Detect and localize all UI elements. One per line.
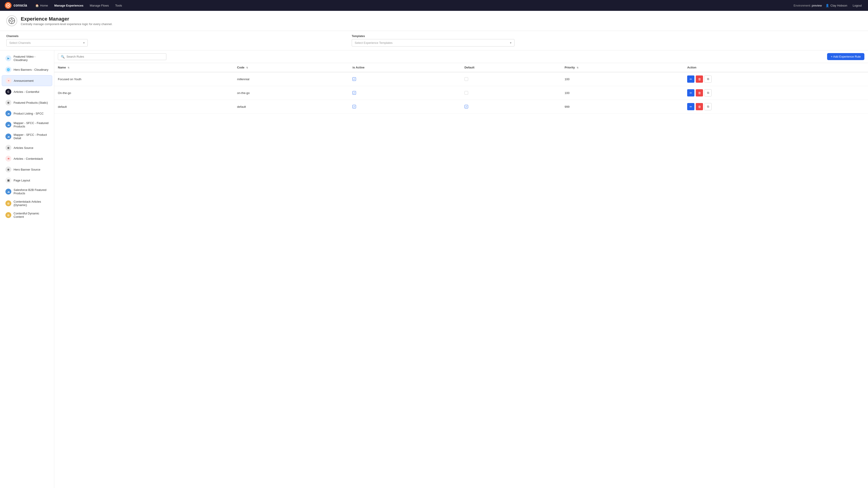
- page-header-text: Experience Manager Centrally manage comp…: [21, 16, 112, 26]
- channels-label: Channels: [6, 35, 346, 38]
- nav-manage-experiences[interactable]: Manage Experiences: [52, 2, 86, 8]
- sidebar-icon-hero-banners: 🌐: [5, 67, 11, 72]
- delete-button-default[interactable]: 🗑: [696, 103, 703, 110]
- sidebar-label-articles-contentstack: Articles - Contentstack: [13, 157, 43, 160]
- sidebar-icon-product-listing-sfcc: ☁: [5, 110, 11, 116]
- col-priority: Priority ⇅: [561, 63, 684, 72]
- name-sort-icon[interactable]: ⇅: [68, 66, 69, 69]
- sidebar-item-product-listing-sfcc[interactable]: ☁Product Listing - SFCC: [2, 108, 52, 119]
- sidebar-icon-sf-b2b-featured: ☁: [5, 189, 11, 195]
- sidebar-label-contentful-dynamic: Contentful Dynamic Content: [13, 212, 49, 219]
- row-name-focused-on-youth: Focused on Youth: [54, 72, 234, 86]
- sidebar-label-mapper-sfcc-detail: Mapper - SFCC - Product Detail: [13, 133, 49, 140]
- templates-placeholder: Select Experience Templates: [355, 41, 393, 44]
- priority-sort-icon[interactable]: ⇅: [577, 66, 579, 69]
- sidebar-icon-contentful-dynamic: ◎: [5, 212, 11, 218]
- table-body: Focused on Youthmillennial✓100✏🗑⧉On-the-…: [54, 72, 868, 113]
- logout-button[interactable]: Logout: [851, 3, 864, 8]
- sidebar-label-hero-banner-source: Hero Banner Source: [13, 168, 40, 171]
- main-layout: ▶Featured Video - Cloudinary🌐Hero Banner…: [0, 51, 868, 488]
- row-actions-focused-on-youth: ✏🗑⧉: [684, 72, 868, 86]
- row-active-on-the-go: ✓: [349, 86, 461, 100]
- sidebar-item-sf-b2b-featured[interactable]: ☁Salesforce B2B Featured Products: [2, 186, 52, 197]
- default-checkbox-focused-on-youth[interactable]: [465, 77, 468, 81]
- edit-button-default[interactable]: ✏: [687, 103, 694, 110]
- edit-button-focused-on-youth[interactable]: ✏: [687, 75, 694, 83]
- sidebar-icon-mapper-sfcc-detail: ☁: [5, 133, 11, 139]
- channels-select[interactable]: Select Channels ▾: [6, 39, 88, 46]
- sidebar-label-product-listing-sfcc: Product Listing - SFCC: [13, 112, 43, 115]
- sidebar-item-articles-contentful[interactable]: CArticles - Contentful: [2, 87, 52, 97]
- copy-button-focused-on-youth[interactable]: ⧉: [704, 75, 712, 83]
- search-box[interactable]: 🔍: [58, 53, 166, 60]
- row-name-on-the-go: On-the-go: [54, 86, 234, 100]
- copy-button-default[interactable]: ⧉: [704, 103, 712, 110]
- navbar: conscia 🏠 Home Manage Experiences Manage…: [0, 0, 868, 11]
- sidebar-label-articles-source: Articles Source: [13, 146, 33, 150]
- sidebar-label-featured-products-static: Featured Products (Static): [13, 101, 48, 104]
- sidebar-item-contentstack-dynamic[interactable]: ◎Contentstack Articles (Dynamic): [2, 198, 52, 209]
- brand-logo[interactable]: conscia: [4, 2, 27, 9]
- row-code-focused-on-youth: millennial: [234, 72, 349, 86]
- table-row: On-the-goon-the-go✓100✏🗑⧉: [54, 86, 868, 100]
- edit-button-on-the-go[interactable]: ✏: [687, 89, 694, 96]
- sidebar-item-announcement[interactable]: ≈Announcement: [2, 75, 52, 86]
- sidebar-item-contentful-dynamic[interactable]: ◎Contentful Dynamic Content: [2, 209, 52, 221]
- page-title: Experience Manager: [21, 16, 112, 22]
- active-checkbox-focused-on-youth[interactable]: ✓: [352, 77, 356, 81]
- sidebar-icon-page-layout: ▦: [5, 177, 11, 183]
- sidebar-item-hero-banners[interactable]: 🌐Hero Banners - Cloudinary: [2, 64, 52, 75]
- sidebar-icon-articles-contentful: C: [5, 89, 11, 95]
- delete-button-on-the-go[interactable]: 🗑: [696, 89, 703, 96]
- templates-filter-group: Templates Select Experience Templates ▾: [352, 35, 862, 46]
- nav-home[interactable]: 🏠 Home: [33, 2, 51, 8]
- svg-point-4: [11, 20, 13, 22]
- sidebar-icon-announcement: ≈: [6, 78, 11, 84]
- active-checkbox-on-the-go[interactable]: ✓: [352, 91, 356, 95]
- sidebar-icon-featured-video: ▶: [5, 55, 11, 61]
- sidebar-item-articles-contentstack[interactable]: ≋Articles - Contentstack: [2, 153, 52, 164]
- search-input[interactable]: [66, 55, 163, 58]
- sidebar-label-articles-contentful: Articles - Contentful: [13, 90, 39, 94]
- row-default-default: ✓: [461, 100, 561, 113]
- sidebar-item-mapper-sfcc-detail[interactable]: ☁Mapper - SFCC - Product Detail: [2, 131, 52, 142]
- row-default-focused-on-youth: [461, 72, 561, 86]
- default-checkbox-default[interactable]: ✓: [465, 105, 468, 108]
- col-code: Code ⇅: [234, 63, 349, 72]
- delete-button-focused-on-youth[interactable]: 🗑: [696, 75, 703, 83]
- col-default: Default: [461, 63, 561, 72]
- channels-placeholder: Select Channels: [9, 41, 31, 44]
- copy-button-on-the-go[interactable]: ⧉: [704, 89, 712, 96]
- sidebar-item-mapper-sfcc-featured[interactable]: ☁Mapper - SFCC - Featured Products: [2, 119, 52, 130]
- search-icon: 🔍: [61, 55, 65, 59]
- active-checkbox-default[interactable]: ✓: [352, 105, 356, 108]
- templates-select[interactable]: Select Experience Templates ▾: [352, 39, 515, 46]
- templates-label: Templates: [352, 35, 862, 38]
- sidebar-label-featured-video: Featured Video - Cloudinary: [13, 55, 49, 62]
- code-sort-icon[interactable]: ⇅: [246, 66, 248, 69]
- user-icon: 👤: [826, 4, 829, 7]
- col-name: Name ⇅: [54, 63, 234, 72]
- svg-point-2: [7, 5, 9, 6]
- sidebar-item-featured-products-static[interactable]: ◉Featured Products (Static): [2, 97, 52, 108]
- action-bar: 🔍 + Add Experience Rule: [54, 51, 868, 63]
- nav-tools[interactable]: Tools: [112, 2, 125, 8]
- channels-dropdown-icon: ▾: [83, 41, 85, 44]
- templates-dropdown-icon: ▾: [510, 41, 512, 44]
- page-header: Experience Manager Centrally manage comp…: [0, 11, 868, 31]
- sidebar-item-hero-banner-source[interactable]: ◉Hero Banner Source: [2, 164, 52, 175]
- page-header-icon: [6, 15, 17, 26]
- add-experience-rule-button[interactable]: + Add Experience Rule: [827, 53, 864, 60]
- sidebar-label-announcement: Announcement: [14, 79, 33, 83]
- brand-name: conscia: [13, 3, 27, 7]
- rules-data-table: Name ⇅ Code ⇅ is Active Default: [54, 63, 868, 113]
- sidebar: ▶Featured Video - Cloudinary🌐Hero Banner…: [0, 51, 54, 488]
- home-icon: 🏠: [35, 4, 39, 7]
- sidebar-item-featured-video[interactable]: ▶Featured Video - Cloudinary: [2, 53, 52, 64]
- navbar-right: Environment: preview 👤 Clay Hobson Logou…: [794, 3, 864, 8]
- nav-manage-flows[interactable]: Manage Flows: [87, 2, 112, 8]
- page-subtitle: Centrally manage component-level experie…: [21, 22, 112, 26]
- sidebar-item-page-layout[interactable]: ▦Page Layout: [2, 175, 52, 186]
- sidebar-item-articles-source[interactable]: ◉Articles Source: [2, 142, 52, 153]
- default-checkbox-on-the-go[interactable]: [465, 91, 468, 95]
